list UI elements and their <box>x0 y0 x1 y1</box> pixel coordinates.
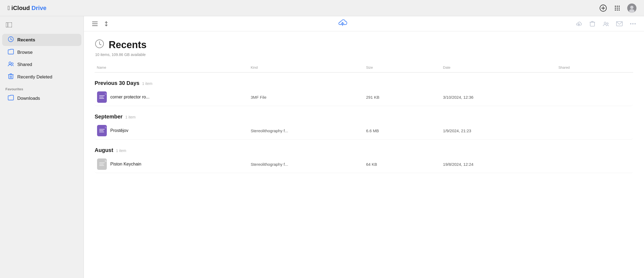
file-kind: Stereolithography f... <box>248 128 364 133</box>
apple-logo-icon:  <box>8 5 10 12</box>
svg-point-42 <box>607 23 608 24</box>
col-header-shared[interactable]: Shared <box>556 64 633 71</box>
page-body: Recents 10 items, 109.86 GB available Na… <box>84 31 644 278</box>
content-area: Recents 10 items, 109.86 GB available Na… <box>84 16 644 278</box>
file-date: 3/10/2024, 12:36 <box>441 95 556 100</box>
avatar[interactable] <box>627 4 636 13</box>
file-icon-stl <box>97 125 107 137</box>
sidebar-item-shared-label: Shared <box>17 62 32 67</box>
section-title-september: September <box>95 114 122 120</box>
svg-line-19 <box>11 39 12 40</box>
topbar-right <box>599 4 636 13</box>
section-header-september: September 1 item <box>95 114 633 120</box>
upload-cloud-button[interactable] <box>338 19 347 29</box>
page-title: Recents <box>109 39 147 51</box>
svg-point-9 <box>615 9 616 11</box>
share-action-icon[interactable] <box>601 19 610 28</box>
more-action-icon[interactable] <box>628 19 638 28</box>
section-title-previous-30-days: Previous 30 Days <box>95 80 140 86</box>
svg-point-13 <box>630 6 633 9</box>
file-row[interactable]: Piston Keychain Stereolithography f... 6… <box>95 155 633 173</box>
content-toolbar <box>84 16 644 31</box>
sidebar-item-shared[interactable]: Shared <box>2 59 81 70</box>
file-kind: 3MF File <box>248 95 364 100</box>
page-subtitle: 10 items, 109.86 GB available <box>95 52 633 57</box>
sort-button[interactable] <box>102 19 111 28</box>
person-shared-icon <box>8 61 14 68</box>
svg-point-11 <box>619 9 620 11</box>
mail-action-icon[interactable] <box>615 19 624 28</box>
main-layout: Recents Browse Shared <box>0 16 644 278</box>
section-count-august: 1 item <box>116 148 126 153</box>
file-kind: Stereolithography f... <box>248 162 364 167</box>
file-row[interactable]: corner protector ro... 3MF File 291 KB 3… <box>95 88 633 106</box>
file-size: 291 KB <box>364 95 441 100</box>
sidebar: Recents Browse Shared <box>0 16 84 278</box>
file-name-cell: Piston Keychain <box>95 158 248 170</box>
col-header-kind[interactable]: Kind <box>248 64 364 71</box>
section-count-september: 1 item <box>125 115 135 119</box>
file-icon-3mf <box>97 91 107 103</box>
topbar-left:  iCloud Drive <box>8 5 47 12</box>
clock-icon <box>8 36 14 44</box>
sidebar-item-downloads-label: Downloads <box>17 96 40 101</box>
section-count-previous-30-days: 1 item <box>142 81 152 86</box>
add-button[interactable] <box>599 4 607 12</box>
file-name-cell: Prostějov <box>95 125 248 137</box>
section-header-august: August 1 item <box>95 147 633 153</box>
trash-icon <box>8 73 14 81</box>
col-header-size[interactable]: Size <box>364 64 441 71</box>
svg-point-5 <box>619 6 620 7</box>
sidebar-item-recents[interactable]: Recents <box>2 34 81 46</box>
list-view-button[interactable] <box>90 19 99 28</box>
upload-action-icon[interactable] <box>574 19 583 28</box>
col-header-date[interactable]: Date <box>441 64 556 71</box>
svg-rect-15 <box>6 22 12 27</box>
svg-point-21 <box>12 63 13 64</box>
sidebar-item-downloads[interactable]: Downloads <box>2 92 81 104</box>
page-header: Recents <box>95 39 633 51</box>
section-title-august: August <box>95 147 113 153</box>
toolbar-right <box>574 19 638 28</box>
svg-point-6 <box>615 8 616 9</box>
svg-rect-36 <box>590 22 595 26</box>
svg-line-49 <box>99 44 101 45</box>
file-name-cell: corner protector ro... <box>95 91 248 103</box>
svg-point-20 <box>9 62 11 64</box>
file-icon-gray <box>97 158 107 170</box>
svg-point-8 <box>619 8 620 9</box>
file-size: 6.6 MB <box>364 128 441 133</box>
svg-point-45 <box>632 23 633 24</box>
svg-point-3 <box>615 6 616 7</box>
sidebar-item-recents-label: Recents <box>17 37 35 43</box>
file-date: 1/9/2024, 21:23 <box>441 128 556 133</box>
sidebar-item-browse-label: Browse <box>17 50 33 55</box>
app-title: iCloud Drive <box>11 5 47 12</box>
svg-point-46 <box>635 23 636 24</box>
recents-header-icon <box>95 39 104 51</box>
table-header: Name Kind Size Date Shared <box>95 63 633 72</box>
svg-point-7 <box>617 8 618 9</box>
file-name: Prostějov <box>110 128 128 133</box>
file-size: 64 KB <box>364 162 441 167</box>
sidebar-item-browse[interactable]: Browse <box>2 47 81 58</box>
file-name: corner protector ro... <box>110 95 150 100</box>
toolbar-left <box>90 19 111 28</box>
topbar:  iCloud Drive <box>0 0 644 16</box>
file-date: 19/8/2024, 12:24 <box>441 162 556 167</box>
sidebar-item-recently-deleted[interactable]: Recently Deleted <box>2 71 81 83</box>
col-header-name[interactable]: Name <box>95 64 248 71</box>
section-header-previous-30-days: Previous 30 Days 1 item <box>95 80 633 86</box>
folder-icon <box>8 49 14 56</box>
sidebar-toggle-button[interactable] <box>4 21 14 29</box>
grid-menu-button[interactable] <box>613 4 621 12</box>
sidebar-item-recently-deleted-label: Recently Deleted <box>17 74 52 80</box>
svg-point-10 <box>617 9 618 11</box>
favourites-section-label: Favourites <box>0 83 84 92</box>
folder-fav-icon <box>8 95 14 102</box>
delete-action-icon[interactable] <box>588 19 597 28</box>
file-name: Piston Keychain <box>110 162 141 167</box>
file-row[interactable]: Prostějov Stereolithography f... 6.6 MB … <box>95 122 633 140</box>
svg-point-44 <box>630 23 631 24</box>
svg-point-4 <box>617 6 618 7</box>
